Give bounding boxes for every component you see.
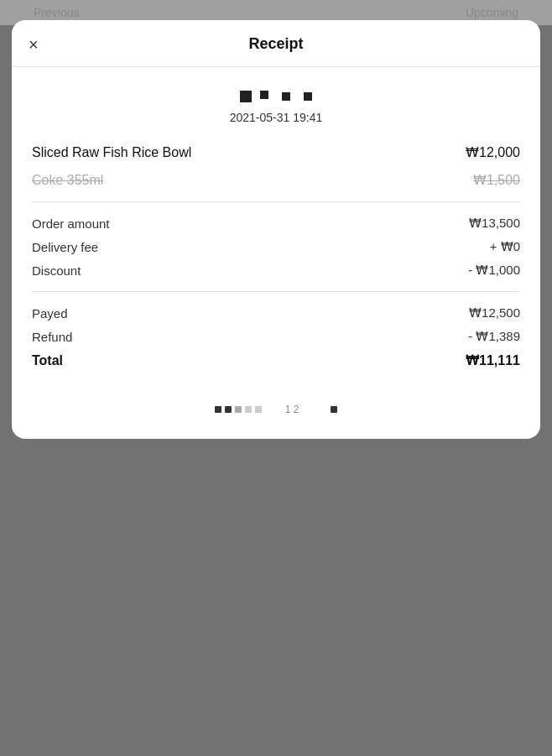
modal-header: × Receipt <box>12 20 540 67</box>
refund-label: Refund <box>32 330 72 344</box>
summary-order-amount: Order amount ₩13,500 <box>32 216 520 231</box>
divider-2 <box>32 291 520 292</box>
page-dot <box>225 406 232 413</box>
page-dot <box>235 406 242 413</box>
total-label: Total <box>32 353 63 368</box>
page-dot-last <box>331 406 337 413</box>
order-amount-value: ₩13,500 <box>469 216 520 231</box>
divider-1 <box>32 201 520 202</box>
store-logo <box>240 91 312 102</box>
page-numbers: 1 2 <box>285 404 299 415</box>
logo-dot <box>282 92 290 101</box>
payed-label: Payed <box>32 306 68 321</box>
close-button[interactable]: × <box>29 36 39 53</box>
logo-dot <box>304 92 312 101</box>
receipt-logo-area <box>12 67 540 111</box>
page-dot <box>245 406 252 413</box>
logo-pixel <box>260 91 268 99</box>
order-item-fish-bowl: Sliced Raw Fish Rice Bowl ₩12,000 <box>32 144 520 160</box>
receipt-date: 2021-05-31 19:41 <box>12 111 540 124</box>
discount-label: Discount <box>32 263 81 278</box>
item-name-coke: Coke 355ml <box>32 173 103 188</box>
discount-value: - ₩1,000 <box>468 263 520 278</box>
previous-label: Previous <box>34 6 79 19</box>
summary-delivery-fee: Delivery fee + ₩0 <box>32 239 520 254</box>
bottom-pagination: 1 2 <box>12 397 540 422</box>
total-value: ₩11,111 <box>466 352 520 368</box>
item-name-fish-bowl: Sliced Raw Fish Rice Bowl <box>32 145 191 160</box>
logo-pixel <box>240 91 252 102</box>
row-payed: Payed ₩12,500 <box>32 305 520 321</box>
row-total: Total ₩11,111 <box>32 352 520 368</box>
payed-value: ₩12,500 <box>469 305 520 321</box>
upcoming-label: Upcoming <box>466 6 518 19</box>
delivery-fee-value: + ₩0 <box>490 239 520 254</box>
refund-value: - ₩1,389 <box>468 329 520 344</box>
item-price-coke: ₩1,500 <box>473 172 520 188</box>
order-item-coke: Coke 355ml ₩1,500 <box>32 172 520 188</box>
receipt-body: Sliced Raw Fish Rice Bowl ₩12,000 Coke 3… <box>12 144 540 368</box>
order-amount-label: Order amount <box>32 216 110 231</box>
receipt-modal: × Receipt 2021-05-31 19:41 Sliced Raw Fi… <box>12 20 540 439</box>
page-dot <box>215 406 221 413</box>
row-refund: Refund - ₩1,389 <box>32 329 520 344</box>
item-price-fish-bowl: ₩12,000 <box>466 144 520 160</box>
summary-discount: Discount - ₩1,000 <box>32 263 520 278</box>
page-dot <box>255 406 262 413</box>
delivery-fee-label: Delivery fee <box>32 240 98 254</box>
modal-title: Receipt <box>248 35 303 53</box>
